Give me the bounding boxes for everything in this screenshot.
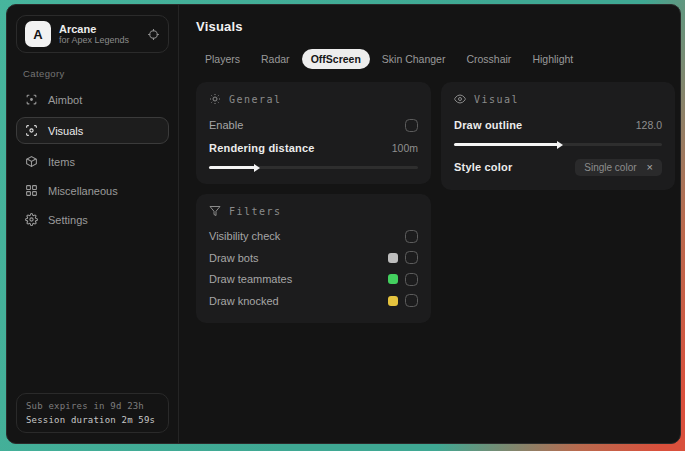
visibility-check-row: Visibility check [209,226,418,247]
enable-row: Enable [209,114,418,136]
draw-teammates-row: Draw teammates [209,269,418,290]
grid-icon [25,184,38,197]
tab-crosshair[interactable]: Crosshair [457,49,520,69]
tab-offscreen[interactable]: OffScreen [302,49,370,69]
app-window: A Arcane for Apex Legends Category [6,4,681,444]
tab-players[interactable]: Players [196,49,249,69]
visibility-check-checkbox[interactable] [405,230,418,243]
gear-icon [25,213,38,226]
draw-teammates-color-swatch[interactable] [388,274,398,284]
tab-highlight[interactable]: Highlight [523,49,582,69]
rendering-distance-label: Rendering distance [209,142,315,154]
clear-icon[interactable]: × [647,162,653,173]
style-color-row: Style color Single color × [454,156,662,178]
draw-teammates-checkbox[interactable] [405,273,418,286]
crosshair-icon [25,93,38,106]
sidebar-item-label: Items [48,156,75,168]
tab-radar[interactable]: Radar [252,49,299,69]
eye-icon [454,93,466,105]
sidebar-item-items[interactable]: Items [16,150,169,173]
sidebar-item-label: Settings [48,214,88,226]
draw-outline-slider[interactable] [454,140,662,149]
funnel-icon [209,205,221,217]
desktop-background: A Arcane for Apex Legends Category [0,0,685,451]
tab-bar: Players Radar OffScreen Skin Changer Cro… [196,49,675,69]
sub-expires-text: Sub expires in 9d 23h [26,401,159,411]
slider-fill [209,166,255,169]
panel-title: Filters [229,206,282,217]
general-panel: General Enable Rendering distance 100m [196,82,431,184]
sidebar-item-miscellaneous[interactable]: Miscellaneous [16,179,169,202]
scan-eye-icon [25,124,38,137]
draw-knocked-color-swatch[interactable] [388,296,398,306]
panels-area: General Enable Rendering distance 100m [196,82,675,323]
sun-icon [209,93,221,105]
panel-title: Visual [474,94,519,105]
draw-bots-row: Draw bots [209,248,418,269]
tab-skin-changer[interactable]: Skin Changer [373,49,455,69]
rendering-distance-value: 100m [392,142,418,154]
app-name: Arcane [59,23,139,36]
draw-knocked-checkbox[interactable] [405,294,418,307]
enable-label: Enable [209,119,243,131]
slider-fill [454,143,558,146]
style-color-value: Single color [584,162,636,173]
draw-bots-color-swatch[interactable] [388,253,398,263]
style-color-select[interactable]: Single color × [575,159,662,176]
box-icon [25,155,38,168]
rendering-distance-row: Rendering distance 100m [209,137,418,159]
sidebar-item-settings[interactable]: Settings [16,208,169,231]
panel-title: General [229,94,282,105]
session-duration-text: Session duration 2m 59s [26,415,159,425]
sidebar-nav: Aimbot Visuals I [16,88,169,231]
app-subtitle: for Apex Legends [59,35,139,45]
filters-panel: Filters Visibility check Draw bots [196,194,431,323]
enable-checkbox[interactable] [405,119,418,132]
target-icon[interactable] [147,28,160,41]
draw-outline-label: Draw outline [454,119,522,131]
visual-panel: Visual Draw outline 128.0 Style color [441,82,675,190]
category-label: Category [23,68,169,79]
sidebar-item-aimbot[interactable]: Aimbot [16,88,169,111]
draw-outline-row: Draw outline 128.0 [454,114,662,136]
brand-card: A Arcane for Apex Legends [16,15,169,53]
draw-outline-value: 128.0 [636,119,662,131]
app-logo: A [25,21,51,47]
rendering-distance-slider[interactable] [209,163,418,172]
sidebar-item-label: Visuals [48,125,83,137]
main-content: Visuals Players Radar OffScreen Skin Cha… [179,5,681,443]
page-title: Visuals [196,19,675,34]
draw-bots-checkbox[interactable] [405,251,418,264]
subscription-info-card: Sub expires in 9d 23h Session duration 2… [16,393,169,433]
sidebar-item-label: Miscellaneous [48,185,118,197]
sidebar-item-label: Aimbot [48,94,82,106]
style-color-label: Style color [454,161,512,173]
draw-knocked-row: Draw knocked [209,291,418,312]
sidebar: A Arcane for Apex Legends Category [7,5,179,443]
sidebar-item-visuals[interactable]: Visuals [16,117,169,144]
